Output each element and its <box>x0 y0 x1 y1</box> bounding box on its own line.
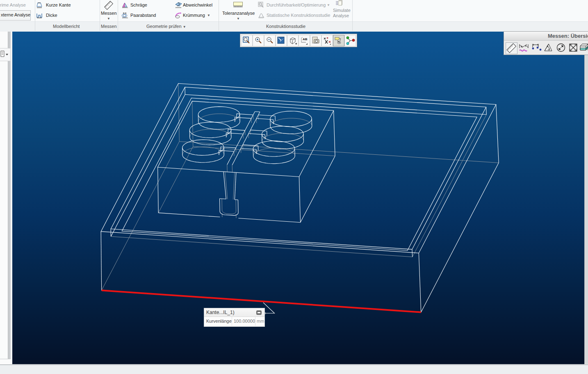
svg-text:AB: AB <box>303 37 308 41</box>
